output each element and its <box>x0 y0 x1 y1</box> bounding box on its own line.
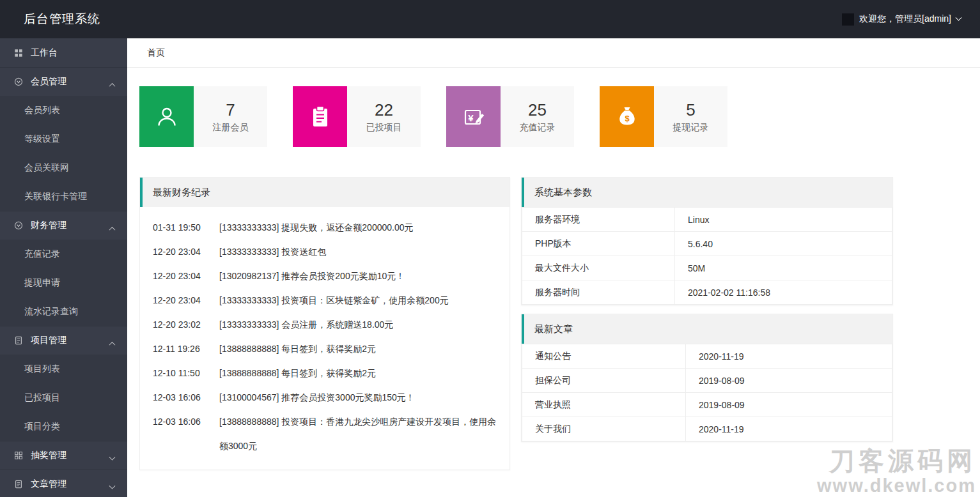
record-text: [13333333333] 投资送红包 <box>219 240 497 264</box>
sidebar: 工作台 会员管理 会员列表 等级设置 会员关联网 关联银行卡管理 财务管理 充值… <box>0 38 127 497</box>
grid-icon <box>13 48 24 58</box>
table-row: PHP版本5.6.40 <box>522 232 892 256</box>
finance-record: 01-31 19:50[13333333333] 提现失败，返还金额200000… <box>153 215 497 240</box>
record-text: [13333333333] 提现失败，返还金额200000.00元 <box>219 215 497 240</box>
finance-records-list: 01-31 19:50[13333333333] 提现失败，返还金额200000… <box>140 207 509 470</box>
finance-record: 12-20 23:04[13333333333] 投资送红包 <box>153 240 497 264</box>
sidebar-item-recharge-records[interactable]: 充值记录 <box>0 240 127 268</box>
finance-record: 12-03 16:06[13888888888] 投资项目：香港九龙尖沙咀房产建… <box>153 409 497 458</box>
chevron-down-icon <box>110 453 114 463</box>
finance-record: 12-20 23:02[13333333333] 会员注册，系统赠送18.00元 <box>153 312 497 337</box>
welcome-text: 欢迎您，管理员[admin] <box>859 13 951 25</box>
finance-records-panel: 最新财务纪录 01-31 19:50[13333333333] 提现失败，返还金… <box>139 177 510 470</box>
member-circle-icon <box>13 77 24 87</box>
sidebar-item-label: 提现申请 <box>24 277 60 289</box>
stat-card-withdraw-records[interactable]: $ 5 提现记录 <box>600 86 727 147</box>
panel-title: 最新财务纪录 <box>140 178 509 207</box>
panel-title: 系统基本参数 <box>522 178 892 207</box>
sidebar-item-project-management[interactable]: 项目管理 <box>0 326 127 355</box>
stat-label: 已投项目 <box>366 122 402 134</box>
article-title: 关于我们 <box>522 417 686 441</box>
sidebar-item-label: 关联银行卡管理 <box>24 191 87 203</box>
sidebar-item-member-network[interactable]: 会员关联网 <box>0 153 127 182</box>
finance-record: 12-11 19:26[13888888888] 每日签到，获得奖励2元 <box>153 337 497 361</box>
sidebar-item-workbench[interactable]: 工作台 <box>0 38 127 67</box>
sidebar-item-invested-projects[interactable]: 已投项目 <box>0 383 127 412</box>
avatar <box>842 13 854 26</box>
record-text: [13333333333] 会员注册，系统赠送18.00元 <box>219 312 497 337</box>
article-date: 2020-11-19 <box>686 344 892 369</box>
finance-record: 12-10 11:50[13888888888] 每日签到，获得奖励2元 <box>153 361 497 385</box>
record-time: 12-10 11:50 <box>153 361 209 385</box>
param-key: 服务器环境 <box>522 208 675 232</box>
article-date: 2019-08-09 <box>686 393 892 417</box>
stat-label: 提现记录 <box>673 122 709 134</box>
sidebar-item-transaction-query[interactable]: 流水记录查询 <box>0 297 127 326</box>
param-value: 50M <box>675 256 892 280</box>
table-row[interactable]: 担保公司2019-08-09 <box>522 369 892 393</box>
system-params-table: 服务器环境Linux PHP版本5.6.40 最大文件大小50M 服务器时间20… <box>522 207 892 305</box>
sidebar-item-bank-card-management[interactable]: 关联银行卡管理 <box>0 182 127 211</box>
sidebar-item-article-management[interactable]: 文章管理 <box>0 470 127 497</box>
record-text: [13888888888] 每日签到，获得奖励2元 <box>219 361 497 385</box>
sidebar-item-member-management[interactable]: 会员管理 <box>0 67 127 96</box>
chevron-up-icon <box>110 338 114 348</box>
sidebar-item-withdraw-requests[interactable]: 提现申请 <box>0 268 127 297</box>
article-doc-icon <box>13 479 24 489</box>
sidebar-item-project-categories[interactable]: 项目分类 <box>0 412 127 441</box>
lottery-grid-icon <box>13 450 24 461</box>
top-header: 后台管理系统 欢迎您，管理员[admin] <box>0 0 980 38</box>
chevron-down-icon <box>110 482 114 492</box>
sidebar-item-label: 项目列表 <box>24 363 60 375</box>
sidebar-item-finance-management[interactable]: 财务管理 <box>0 211 127 240</box>
sidebar-item-project-list[interactable]: 项目列表 <box>0 355 127 383</box>
stat-card-recharge-records[interactable]: ¥ 25 充值记录 <box>446 86 574 147</box>
sidebar-item-level-settings[interactable]: 等级设置 <box>0 125 127 153</box>
sidebar-item-label: 工作台 <box>31 47 58 59</box>
clipboard-icon <box>293 86 347 147</box>
stat-value: 22 <box>375 100 393 120</box>
table-row[interactable]: 通知公告2020-11-19 <box>522 344 892 369</box>
chevron-up-icon <box>110 79 114 89</box>
stat-card-invested-projects[interactable]: 22 已投项目 <box>293 86 421 147</box>
stat-value: 5 <box>686 100 695 120</box>
finance-record: 12-20 23:04[13020982137] 推荐会员投资200元奖励10元… <box>153 264 497 288</box>
project-doc-icon <box>13 335 24 346</box>
sidebar-item-label: 会员管理 <box>31 76 66 88</box>
finance-record: 12-20 23:04[13333333333] 投资项目：区块链紫金矿，使用余… <box>153 288 497 312</box>
record-text: [13888888888] 投资项目：香港九龙尖沙咀房产建设开发项目，使用余额3… <box>219 409 497 458</box>
record-text: [13333333333] 投资项目：区块链紫金矿，使用余额200元 <box>219 288 497 312</box>
chevron-down-icon <box>956 14 962 20</box>
stat-label: 充值记录 <box>520 122 556 134</box>
record-time: 01-31 19:50 <box>153 215 209 240</box>
param-value: Linux <box>675 208 892 232</box>
article-date: 2020-11-19 <box>686 417 892 441</box>
record-text: [13888888888] 每日签到，获得奖励2元 <box>219 337 497 361</box>
param-key: PHP版本 <box>522 232 675 256</box>
panel-title: 最新文章 <box>522 314 892 344</box>
record-time: 12-20 23:02 <box>153 312 209 337</box>
recharge-yen-icon: ¥ <box>446 86 501 147</box>
tab-bar: 首页 <box>127 38 980 68</box>
sidebar-item-member-list[interactable]: 会员列表 <box>0 96 127 125</box>
record-time: 12-03 16:06 <box>153 409 209 458</box>
table-row: 最大文件大小50M <box>522 256 892 280</box>
finance-record: 12-03 16:06[13100004567] 推荐会员投资3000元奖励15… <box>153 385 497 409</box>
record-time: 12-20 23:04 <box>153 240 209 264</box>
record-time: 12-03 16:06 <box>153 385 209 409</box>
table-row[interactable]: 营业执照2019-08-09 <box>522 393 892 417</box>
table-row[interactable]: 关于我们2020-11-19 <box>522 417 892 441</box>
record-text: [13020982137] 推荐会员投资200元奖励10元！ <box>219 264 497 288</box>
sidebar-item-lottery-management[interactable]: 抽奖管理 <box>0 441 127 470</box>
tab-home[interactable]: 首页 <box>147 47 165 59</box>
svg-text:$: $ <box>625 113 630 123</box>
stat-card-registered-members[interactable]: 7 注册会员 <box>139 86 267 147</box>
table-row: 服务器环境Linux <box>522 208 892 232</box>
article-title: 营业执照 <box>522 393 686 417</box>
sidebar-item-label: 等级设置 <box>24 134 60 145</box>
param-key: 最大文件大小 <box>522 256 675 280</box>
sidebar-item-label: 财务管理 <box>31 220 66 231</box>
record-time: 12-20 23:04 <box>153 288 209 312</box>
user-menu[interactable]: 欢迎您，管理员[admin] <box>842 13 961 26</box>
article-title: 担保公司 <box>522 369 686 393</box>
